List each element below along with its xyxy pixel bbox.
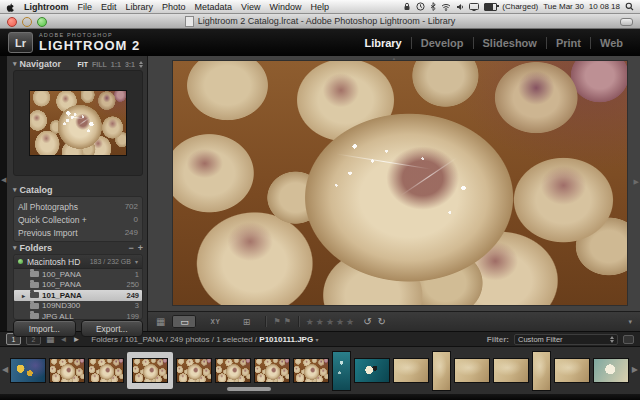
collapse-right-panel-icon[interactable]: ▶ [634, 178, 639, 186]
folder-row[interactable]: ▸ 100_PANA 1 [14, 269, 142, 280]
folder-row[interactable]: ▸ JPG ALL 199 [14, 311, 142, 320]
collapse-left-panel-icon[interactable]: ◀ [1, 176, 6, 184]
folder-row[interactable]: ▸ 101_PANA 249 [14, 290, 142, 301]
add-folder-button[interactable]: + [138, 243, 143, 253]
filename-dropdown-icon[interactable]: ▾ [315, 337, 318, 343]
zoom-mode[interactable]: 3:1 [125, 61, 135, 68]
grid-view-icon[interactable]: ▦ [156, 317, 165, 327]
remove-folder-button[interactable]: − [128, 243, 133, 253]
spotlight-icon[interactable] [625, 2, 634, 11]
menu-item[interactable]: Metadata [195, 2, 233, 12]
minimize-button[interactable] [22, 17, 32, 27]
module-tab[interactable]: Develop [411, 37, 473, 49]
folder-row[interactable]: ▸ 100_PANA 250 [14, 280, 142, 291]
volume-icon[interactable] [456, 3, 464, 11]
rotate-left-icon[interactable]: ↺ [363, 316, 371, 327]
filmstrip-thumbnail[interactable] [10, 358, 46, 383]
menu-item[interactable]: Photo [162, 2, 186, 12]
apple-menu-icon[interactable] [6, 2, 15, 12]
menu-bar-clock[interactable]: 10 08 18 [589, 2, 620, 11]
navigator-panel-header[interactable]: ▾ Navigator FITFILL1:13:1 [13, 58, 143, 70]
volume-row[interactable]: Macintosh HD 183 / 232 GB ▾ [14, 255, 142, 269]
keychain-icon[interactable] [403, 2, 411, 11]
loupe-photo[interactable] [172, 60, 628, 306]
flag-reject-icon[interactable]: ⚑ [284, 317, 291, 326]
compare-view-button[interactable]: XY [203, 315, 227, 328]
navigator-preview[interactable] [13, 70, 143, 176]
filmstrip-thumbnail[interactable] [554, 358, 590, 383]
thumbnail-image [10, 358, 46, 383]
module-tab[interactable]: Slideshow [473, 37, 546, 49]
filmstrip-thumbnail[interactable] [215, 358, 251, 383]
menu-bar-date[interactable]: Tue Mar 30 [543, 2, 584, 11]
zoom-mode[interactable]: 1:1 [111, 61, 121, 68]
menu-item[interactable]: View [241, 2, 260, 12]
filmstrip-thumbnail[interactable] [393, 358, 429, 383]
filmstrip-thumbnail[interactable] [454, 358, 490, 383]
window-title-bar[interactable]: Lightroom 2 Catalog.lrcat - Adobe Photos… [0, 14, 640, 29]
filmstrip-thumbnail[interactable] [176, 358, 212, 383]
catalog-row[interactable]: Previous Import 249 [18, 226, 138, 239]
zoom-mode[interactable]: FILL [92, 61, 107, 68]
folders-list: Macintosh HD 183 / 232 GB ▾ ▸ 100_PANA 1… [13, 254, 143, 320]
filmstrip-thumbnail[interactable] [432, 351, 451, 391]
loupe-view-button[interactable]: ▭ [172, 315, 196, 328]
filmstrip-thumbnail[interactable] [49, 358, 85, 383]
filmstrip-thumbnail[interactable] [593, 358, 629, 383]
toolbar-options-dropdown-icon[interactable]: ▾ [628, 318, 632, 326]
filmstrip-thumbnail[interactable] [332, 351, 351, 391]
folders-panel-header[interactable]: ▾ Folders − + [13, 242, 143, 254]
module-tab[interactable]: Web [590, 37, 632, 49]
left-panel-edge[interactable]: ◀ [0, 56, 7, 331]
survey-view-button[interactable]: ⊞ [234, 315, 258, 328]
filmstrip-thumbnail[interactable] [293, 358, 329, 383]
catalog-row[interactable]: All Photographs 702 [18, 200, 138, 213]
menu-item[interactable]: Help [310, 2, 329, 12]
close-button[interactable] [7, 17, 17, 27]
flag-pick-icon[interactable]: ⚑ [273, 317, 280, 326]
window-title: Lightroom 2 Catalog.lrcat - Adobe Photos… [185, 16, 456, 27]
catalog-row[interactable]: Quick Collection + 0 [18, 213, 138, 226]
filmstrip-scrollbar[interactable] [227, 387, 271, 391]
filmstrip-thumbnail[interactable] [532, 351, 551, 391]
menu-item[interactable]: File [78, 2, 93, 12]
folder-icon [30, 271, 39, 277]
wifi-icon[interactable] [441, 3, 451, 11]
module-tab[interactable]: Library [355, 37, 410, 49]
zoom-button[interactable] [37, 17, 47, 27]
filmstrip-thumbnail[interactable] [127, 352, 173, 389]
filter-dropdown[interactable]: Custom Filter [514, 334, 618, 345]
clock-icon[interactable] [416, 2, 425, 11]
menu-item[interactable]: Library [126, 2, 154, 12]
menu-item[interactable]: Lightroom [24, 2, 69, 12]
volume-dropdown-icon[interactable]: ▾ [135, 258, 138, 265]
disclosure-icon[interactable]: ▸ [22, 292, 27, 299]
import-button[interactable]: Import... [13, 320, 76, 337]
battery-icon[interactable] [484, 3, 497, 11]
volume-name: Macintosh HD [27, 257, 80, 267]
zoom-mode[interactable]: FIT [77, 61, 88, 68]
menu-item[interactable]: Edit [101, 2, 117, 12]
folder-row[interactable]: ▸ 109ND300 3 [14, 301, 142, 312]
folder-count: 249 [126, 291, 139, 300]
navigator-title: Navigator [20, 59, 62, 69]
catalog-panel-header[interactable]: ▾ Catalog [13, 184, 143, 196]
navigator-thumbnail[interactable] [29, 90, 127, 156]
display-icon[interactable] [469, 3, 479, 11]
filter-lock-toggle[interactable] [623, 335, 634, 344]
export-button[interactable]: Export... [81, 320, 144, 337]
filmstrip-thumbnail[interactable] [354, 358, 390, 383]
module-tab[interactable]: Print [546, 37, 590, 49]
zoom-ratio-selector-icon[interactable] [139, 61, 143, 68]
rotate-right-icon[interactable]: ↻ [378, 316, 386, 327]
folder-name: 109ND300 [42, 301, 80, 310]
filmstrip-scroll-left-icon[interactable]: ◀ [2, 365, 8, 374]
filmstrip-thumbnail[interactable] [254, 358, 290, 383]
toolbar-toggle-button[interactable] [620, 18, 633, 26]
filmstrip-thumbnail[interactable] [493, 358, 529, 383]
menu-item[interactable]: Window [269, 2, 301, 12]
star-rating-control[interactable]: ★★★★★ [306, 317, 356, 327]
filmstrip-thumbnail[interactable] [88, 358, 124, 383]
bluetooth-icon[interactable] [430, 2, 436, 11]
filmstrip-scroll-right-icon[interactable]: ▶ [632, 365, 638, 374]
